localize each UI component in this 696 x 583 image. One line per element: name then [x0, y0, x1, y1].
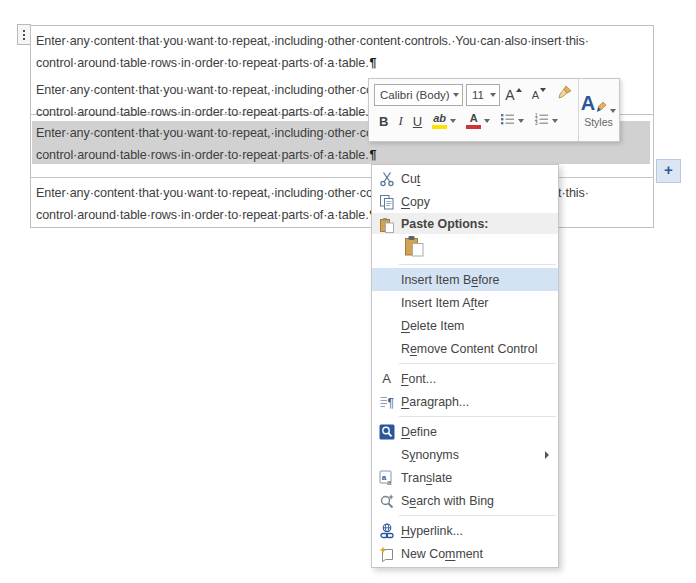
menu-item-label: Hyperlink... — [401, 524, 463, 538]
menu-item-insert-item-after[interactable]: Insert Item After — [372, 291, 558, 314]
font-name-value: Calibri (Body) — [380, 89, 450, 101]
menu-separator — [399, 363, 556, 364]
menu-item-label: Insert Item Before — [401, 273, 500, 287]
menu-header-label: Paste Options: — [401, 217, 488, 231]
menu-item-new-comment[interactable]: New Comment — [372, 542, 558, 565]
paragraph-icon: ¶ — [377, 390, 396, 413]
menu-item-label: Synonyms — [401, 448, 459, 462]
format-painter-button[interactable] — [552, 83, 577, 107]
menu-item-insert-item-before[interactable]: Insert Item Before — [372, 268, 558, 291]
paste-icon — [377, 213, 396, 236]
svg-text:3: 3 — [535, 121, 538, 126]
paste-keep-source-formatting-icon — [404, 235, 425, 261]
text-highlight-color-button[interactable]: ab — [428, 109, 460, 133]
font-size-value: 11 — [472, 89, 484, 101]
paragraph[interactable]: Enter·any·content·that·you·want·to·repea… — [36, 30, 648, 74]
chevron-down-icon — [490, 93, 496, 97]
styles-gallery-icon: A — [581, 93, 595, 113]
menu-item-label: Insert Item After — [401, 296, 488, 310]
grow-font-icon: A — [505, 87, 514, 103]
italic-button[interactable]: I — [394, 109, 406, 133]
chevron-down-icon — [552, 119, 558, 123]
copy-icon — [377, 190, 396, 213]
pilcrow-mark: ¶ — [370, 56, 377, 70]
styles-button[interactable]: A Styles — [578, 79, 618, 141]
menu-item-remove-content-control[interactable]: Remove Content Control — [372, 337, 558, 360]
shrink-font-button[interactable]: A — [528, 83, 550, 107]
paragraph-line: Enter·any·content·that·you·want·to·repea… — [36, 30, 648, 52]
paste-options-row — [372, 234, 558, 261]
menu-item-label: New Comment — [401, 547, 483, 561]
menu-item-label: Paragraph... — [401, 395, 469, 409]
bing-search-icon — [377, 489, 396, 512]
menu-item-label: Cut — [401, 172, 420, 186]
context-menu: CutCopyPaste Options:Insert Item BeforeI… — [371, 164, 559, 568]
menu-item-label: Font... — [401, 372, 436, 386]
menu-item-label: Define — [401, 425, 437, 439]
menu-header-paste-options: Paste Options: — [372, 213, 558, 234]
format-painter-icon — [556, 85, 573, 105]
bold-button[interactable]: B — [375, 109, 392, 133]
translate-icon: aa — [377, 466, 396, 489]
submenu-arrow-icon — [545, 451, 549, 459]
chevron-down-icon — [484, 119, 490, 123]
font-size-combobox[interactable]: 11 — [466, 84, 500, 106]
menu-item-copy[interactable]: Copy — [372, 190, 558, 213]
numbered-list-icon: 123 — [534, 112, 549, 130]
font-color-icon: A — [466, 113, 481, 129]
highlighter-icon: ab — [432, 113, 447, 129]
menu-item-paragraph[interactable]: ¶Paragraph... — [372, 390, 558, 413]
paste-option-button[interactable] — [401, 235, 427, 261]
repeating-item-boundary — [31, 177, 653, 178]
add-repeating-item-button[interactable]: + — [656, 159, 681, 183]
hyperlink-icon — [377, 519, 396, 542]
svg-text:a: a — [387, 478, 392, 486]
define-icon — [377, 420, 396, 443]
menu-item-label: Search with Bing — [401, 494, 494, 508]
scissors-icon — [377, 167, 396, 190]
menu-item-define[interactable]: Define — [372, 420, 558, 443]
font-name-combobox[interactable]: Calibri (Body) — [374, 84, 463, 106]
grow-font-button[interactable]: A — [501, 83, 525, 107]
font-icon: A — [377, 367, 396, 390]
shrink-font-icon: A — [532, 89, 539, 101]
new-comment-icon — [377, 542, 396, 565]
numbering-button[interactable]: 123 — [530, 109, 562, 133]
mini-toolbar: Calibri (Body) 11 A A B I — [368, 78, 620, 142]
underline-button[interactable]: U — [409, 109, 426, 133]
chevron-down-icon — [453, 93, 459, 97]
paragraph-line: control·around·table·rows·in·order·to·re… — [36, 52, 648, 74]
menu-item-label: Remove Content Control — [401, 342, 537, 356]
chevron-down-icon — [610, 109, 616, 113]
menu-item-search-with-bing[interactable]: Search with Bing — [372, 489, 558, 512]
content-control-handle[interactable] — [17, 24, 31, 45]
menu-item-label: Delete Item — [401, 319, 464, 333]
pilcrow-mark: ¶ — [370, 148, 377, 162]
mini-toolbar-main: Calibri (Body) 11 A A B I — [369, 79, 578, 141]
styles-label: Styles — [584, 116, 613, 128]
menu-item-font[interactable]: AFont... — [372, 367, 558, 390]
bullet-list-icon — [500, 112, 515, 130]
brush-icon — [595, 101, 607, 113]
svg-text:¶: ¶ — [387, 395, 393, 409]
menu-item-translate[interactable]: aaTranslate — [372, 466, 558, 489]
menu-item-hyperlink[interactable]: Hyperlink... — [372, 519, 558, 542]
menu-item-cut[interactable]: Cut — [372, 167, 558, 190]
font-color-button[interactable]: A — [462, 109, 494, 133]
chevron-down-icon — [518, 119, 524, 123]
menu-separator — [399, 264, 556, 265]
menu-separator — [399, 515, 556, 516]
menu-item-label: Translate — [401, 471, 452, 485]
menu-item-label: Copy — [401, 195, 430, 209]
paragraph-line: control·around·table·rows·in·order·to·re… — [36, 144, 648, 166]
menu-item-synonyms[interactable]: Synonyms — [372, 443, 558, 466]
menu-separator — [399, 416, 556, 417]
menu-item-delete-item[interactable]: Delete Item — [372, 314, 558, 337]
chevron-down-icon — [450, 119, 456, 123]
bullets-button[interactable] — [496, 109, 528, 133]
